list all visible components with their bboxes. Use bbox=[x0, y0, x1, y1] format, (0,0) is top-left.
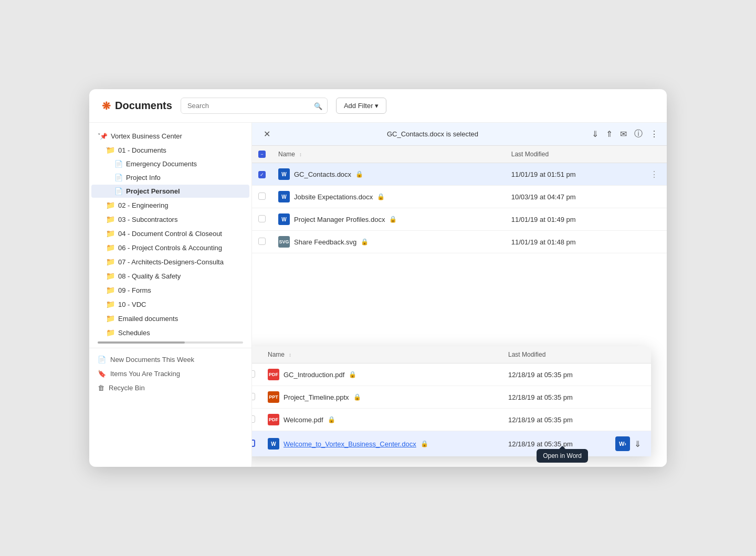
pop-row-checkbox-cell[interactable] bbox=[252, 409, 261, 431]
table-row: PPT Project_Timeline.pptx 🔒 12/18/19 at … bbox=[252, 386, 651, 409]
row-checkbox-cell[interactable] bbox=[252, 186, 272, 208]
sidebar-item-recycle[interactable]: 🗑 Recycle Bin bbox=[89, 381, 251, 395]
recycle-icon: 🗑 bbox=[98, 384, 104, 392]
sidebar-label-06-proj: 06 - Project Controls & Accounting bbox=[118, 244, 222, 252]
header-actions: ⇓ ⇑ ✉ ⓘ ⋮ bbox=[592, 129, 658, 140]
table-row: PDF GC_Introduction.pdf 🔒 12/18/19 at 05… bbox=[252, 363, 651, 386]
row-more-button[interactable]: ⋮ bbox=[648, 169, 660, 180]
row-checkbox-cell[interactable] bbox=[252, 231, 272, 253]
pop-row-name-cell: PDF Welcome.pdf 🔒 bbox=[261, 409, 502, 431]
folder-icon: 📁 bbox=[106, 300, 115, 308]
sidebar-item-07-arch[interactable]: ❯ 📁 07 - Architects-Designers-Consulta bbox=[91, 255, 249, 269]
download-button[interactable]: ⇓ bbox=[592, 129, 598, 139]
pdf-icon: PDF bbox=[268, 369, 279, 380]
sidebar-item-02-eng[interactable]: ❯ 📁 02 - Engineering bbox=[91, 198, 249, 212]
row-checkbox[interactable] bbox=[252, 440, 255, 447]
col-name-label: Name bbox=[278, 151, 295, 158]
pop-th-modified[interactable]: Last Modified bbox=[502, 346, 609, 363]
sort-icon: ↕ bbox=[299, 152, 302, 157]
pop-row-actions: W› ⇓ bbox=[609, 431, 651, 457]
row-checkbox[interactable] bbox=[252, 370, 255, 378]
th-select-all[interactable]: − bbox=[252, 146, 272, 163]
scrollbar-track[interactable] bbox=[98, 341, 243, 344]
sidebar-item-new-docs[interactable]: 📄 New Documents This Week bbox=[89, 352, 251, 367]
row-checkbox[interactable] bbox=[258, 238, 266, 245]
th-name[interactable]: Name ↕ bbox=[272, 146, 505, 163]
sidebar-item-01-docs[interactable]: ˅ 📁 01 - Documents bbox=[91, 143, 249, 157]
chevron-right-icon: ❯ bbox=[91, 202, 106, 209]
pop-th-name[interactable]: Name ↕ bbox=[261, 346, 502, 363]
lock-icon: 🔒 bbox=[355, 170, 363, 178]
chevron-down-icon: ˅ bbox=[91, 147, 106, 154]
row-action-cell[interactable]: ⋮ bbox=[642, 163, 667, 186]
sidebar-item-project-personel[interactable]: 📄 Project Personel bbox=[91, 185, 249, 198]
add-filter-button[interactable]: Add Filter ▾ bbox=[336, 98, 386, 114]
download-file-button[interactable]: ⇓ bbox=[634, 439, 641, 449]
folder-icon: 📁 bbox=[106, 314, 115, 323]
pop-row-checkbox-cell[interactable] bbox=[252, 386, 261, 409]
row-checkbox[interactable] bbox=[258, 193, 266, 200]
table-row: SVG Share Feedback.svg 🔒 11/01/19 at 01:… bbox=[252, 231, 667, 253]
pop-row-modified: 12/18/19 at 05:35 pm bbox=[502, 363, 609, 386]
sidebar-item-08-qual[interactable]: ❯ 📁 08 - Quality & Safety bbox=[91, 269, 249, 283]
sidebar-item-emergency[interactable]: 📄 Emergency Documents bbox=[91, 157, 249, 170]
th-last-modified[interactable]: Last Modified bbox=[505, 146, 642, 163]
tracking-label: Items You Are Tracking bbox=[110, 370, 180, 378]
row-checkbox-cell[interactable]: ✓ bbox=[252, 163, 272, 186]
pop-row-checkbox-cell[interactable] bbox=[252, 431, 261, 457]
recycle-label: Recycle Bin bbox=[109, 384, 145, 392]
sidebar-item-project-info[interactable]: 📄 Project Info bbox=[91, 171, 249, 184]
gear-icon: ❋ bbox=[102, 100, 111, 112]
pop-th-actions bbox=[609, 346, 651, 363]
sidebar-item-10-vdc[interactable]: ❯ 📁 10 - VDC bbox=[91, 297, 249, 311]
file-name-link[interactable]: Welcome_to_Vortex_Business_Center.docx bbox=[284, 440, 416, 448]
pop-row-checkbox-cell[interactable] bbox=[252, 363, 261, 386]
row-modified-cell: 11/01/19 at 01:49 pm bbox=[505, 208, 642, 231]
folder-icon: 📁 bbox=[106, 328, 115, 337]
upload-button[interactable]: ⇑ bbox=[606, 129, 613, 139]
select-all-checkbox[interactable]: − bbox=[258, 151, 266, 158]
close-selection-button[interactable]: ✕ bbox=[260, 128, 274, 140]
content-area: ✕ GC_Contacts.docx is selected ⇓ ⇑ ✉ ⓘ ⋮ bbox=[252, 123, 667, 467]
sidebar-item-03-sub[interactable]: ❯ 📁 03 - Subcontractors bbox=[91, 212, 249, 226]
sort-icon: ↕ bbox=[289, 352, 291, 358]
lock-icon: 🔒 bbox=[349, 371, 356, 378]
pop-row-actions bbox=[609, 386, 651, 409]
pop-row-name-cell: PPT Project_Timeline.pptx 🔒 bbox=[261, 386, 502, 409]
email-button[interactable]: ✉ bbox=[620, 129, 627, 139]
sidebar-item-emailed[interactable]: ❯ 📁 Emailed documents bbox=[91, 312, 249, 325]
sidebar-label-emergency: Emergency Documents bbox=[126, 160, 197, 168]
row-checkbox-cell[interactable] bbox=[252, 208, 272, 231]
search-input[interactable] bbox=[181, 98, 328, 114]
file-table: − Name ↕ Last Modified bbox=[252, 146, 667, 253]
open-in-word-button[interactable]: W› bbox=[615, 436, 630, 451]
row-checkbox[interactable] bbox=[252, 393, 255, 400]
row-checkbox[interactable] bbox=[252, 415, 255, 423]
sidebar-item-tracking[interactable]: 🔖 Items You Are Tracking bbox=[89, 367, 251, 381]
lock-icon: 🔒 bbox=[353, 393, 361, 401]
folder-icon: 📁 bbox=[106, 243, 115, 252]
sidebar-item-06-proj[interactable]: 📁 06 - Project Controls & Accounting bbox=[91, 241, 249, 254]
sidebar-item-schedules[interactable]: 📁 Schedules bbox=[91, 326, 249, 339]
sidebar-item-root[interactable]: ˅ 📌 Vortex Business Center bbox=[91, 130, 249, 143]
chevron-right-icon: ❯ bbox=[91, 301, 106, 308]
table-row: ✓ W GC_Contacts.docx 🔒 11/01/19 at 01:51… bbox=[252, 163, 667, 186]
more-button[interactable]: ⋮ bbox=[650, 129, 658, 139]
row-modified-cell: 10/03/19 at 04:47 pm bbox=[505, 186, 642, 208]
doc-icon: 📄 bbox=[114, 160, 123, 168]
ppt-icon: PPT bbox=[268, 391, 279, 403]
file-name: Project Manager Profiles.docx bbox=[294, 216, 385, 223]
lock-icon: 🔒 bbox=[377, 193, 385, 200]
pin-icon: 📌 bbox=[100, 133, 108, 140]
word-icon: W bbox=[278, 168, 290, 180]
table-row: PDF Welcome.pdf 🔒 12/18/19 at 05:35 pm bbox=[252, 409, 651, 431]
info-button[interactable]: ⓘ bbox=[634, 129, 643, 140]
pop-row-actions bbox=[609, 409, 651, 431]
row-checkbox[interactable] bbox=[258, 215, 266, 222]
new-docs-label: New Documents This Week bbox=[110, 356, 194, 363]
row-action-cell bbox=[642, 186, 667, 208]
open-in-word-tooltip: Open in Word bbox=[537, 449, 588, 463]
sidebar-item-09-forms[interactable]: ❯ 📁 09 - Forms bbox=[91, 283, 249, 297]
sidebar-item-04-doc[interactable]: ❯ 📁 04 - Document Control & Closeout bbox=[91, 227, 249, 240]
row-checkbox[interactable]: ✓ bbox=[258, 171, 266, 178]
